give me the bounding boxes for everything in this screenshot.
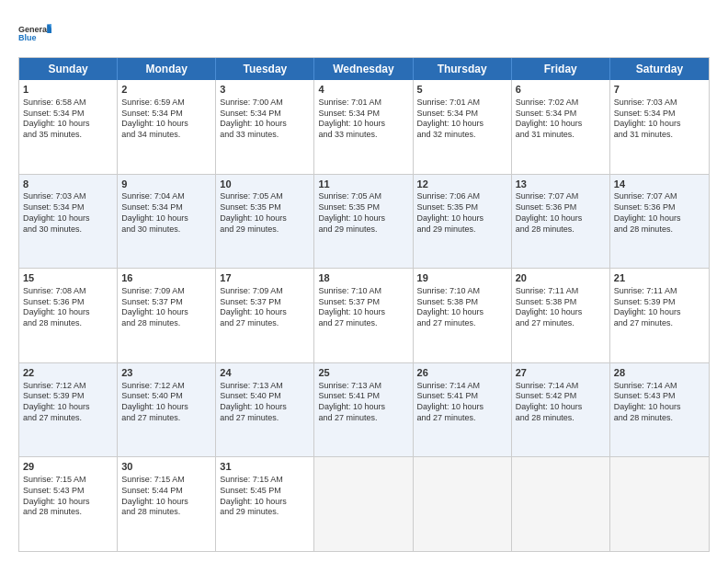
calendar-cell: 16Sunrise: 7:09 AMSunset: 5:37 PMDayligh… — [118, 269, 216, 362]
calendar-cell: 26Sunrise: 7:14 AMSunset: 5:41 PMDayligh… — [414, 363, 512, 457]
calendar-row-4: 22Sunrise: 7:12 AMSunset: 5:39 PMDayligh… — [19, 362, 709, 457]
cell-info: Sunrise: 7:13 AMSunset: 5:40 PMDaylight:… — [220, 381, 310, 424]
day-number: 21 — [614, 271, 705, 285]
calendar-cell: 6Sunrise: 7:02 AMSunset: 5:34 PMDaylight… — [512, 80, 610, 174]
day-number: 26 — [417, 366, 507, 380]
calendar-row-1: 1Sunrise: 6:58 AMSunset: 5:34 PMDaylight… — [19, 80, 709, 174]
calendar-cell: 20Sunrise: 7:11 AMSunset: 5:38 PMDayligh… — [512, 269, 610, 362]
day-number: 28 — [614, 366, 705, 380]
day-number: 2 — [121, 83, 211, 97]
logo-svg: General Blue — [18, 17, 51, 50]
day-number: 7 — [614, 83, 705, 97]
calendar-cell: 2Sunrise: 6:59 AMSunset: 5:34 PMDaylight… — [118, 80, 216, 174]
header-day-friday: Friday — [512, 58, 610, 80]
cell-info: Sunrise: 7:11 AMSunset: 5:39 PMDaylight:… — [614, 286, 705, 329]
logo: General Blue — [18, 17, 51, 50]
day-number: 30 — [121, 460, 211, 474]
calendar-cell: 25Sunrise: 7:13 AMSunset: 5:41 PMDayligh… — [314, 363, 413, 457]
calendar-cell — [314, 457, 413, 551]
header-day-thursday: Thursday — [414, 58, 512, 80]
calendar-cell: 18Sunrise: 7:10 AMSunset: 5:37 PMDayligh… — [314, 269, 413, 362]
day-number: 17 — [220, 271, 310, 285]
cell-info: Sunrise: 7:06 AMSunset: 5:35 PMDaylight:… — [417, 191, 507, 235]
calendar-cell: 13Sunrise: 7:07 AMSunset: 5:36 PMDayligh… — [512, 175, 610, 269]
cell-info: Sunrise: 7:09 AMSunset: 5:37 PMDaylight:… — [220, 286, 310, 329]
cell-info: Sunrise: 7:09 AMSunset: 5:37 PMDaylight:… — [121, 286, 211, 329]
cell-info: Sunrise: 7:03 AMSunset: 5:34 PMDaylight:… — [614, 98, 705, 141]
cell-info: Sunrise: 7:14 AMSunset: 5:41 PMDaylight:… — [417, 381, 507, 424]
cell-info: Sunrise: 7:07 AMSunset: 5:36 PMDaylight:… — [516, 191, 606, 235]
calendar-cell: 7Sunrise: 7:03 AMSunset: 5:34 PMDaylight… — [610, 80, 709, 174]
calendar-row-5: 29Sunrise: 7:15 AMSunset: 5:43 PMDayligh… — [19, 456, 709, 551]
cell-info: Sunrise: 7:08 AMSunset: 5:36 PMDaylight:… — [23, 286, 113, 329]
calendar-cell: 1Sunrise: 6:58 AMSunset: 5:34 PMDaylight… — [19, 80, 118, 174]
calendar-header: SundayMondayTuesdayWednesdayThursdayFrid… — [19, 58, 709, 80]
cell-info: Sunrise: 7:04 AMSunset: 5:34 PMDaylight:… — [121, 191, 211, 235]
calendar-cell: 15Sunrise: 7:08 AMSunset: 5:36 PMDayligh… — [19, 269, 118, 362]
calendar-cell: 22Sunrise: 7:12 AMSunset: 5:39 PMDayligh… — [19, 363, 118, 457]
calendar-cell — [610, 457, 709, 551]
cell-info: Sunrise: 7:03 AMSunset: 5:34 PMDaylight:… — [23, 191, 113, 235]
day-number: 20 — [516, 271, 606, 285]
cell-info: Sunrise: 7:12 AMSunset: 5:39 PMDaylight:… — [23, 381, 113, 424]
cell-info: Sunrise: 7:14 AMSunset: 5:43 PMDaylight:… — [614, 381, 705, 424]
calendar-row-3: 15Sunrise: 7:08 AMSunset: 5:36 PMDayligh… — [19, 268, 709, 362]
calendar-cell: 11Sunrise: 7:05 AMSunset: 5:35 PMDayligh… — [314, 175, 413, 269]
header-day-wednesday: Wednesday — [314, 58, 413, 80]
calendar-cell: 12Sunrise: 7:06 AMSunset: 5:35 PMDayligh… — [414, 175, 512, 269]
cell-info: Sunrise: 7:15 AMSunset: 5:45 PMDaylight:… — [220, 475, 310, 518]
day-number: 23 — [121, 366, 211, 380]
calendar-cell — [414, 457, 512, 551]
day-number: 12 — [417, 178, 507, 191]
calendar-cell: 29Sunrise: 7:15 AMSunset: 5:43 PMDayligh… — [19, 457, 118, 551]
header-day-monday: Monday — [118, 58, 216, 80]
calendar-cell: 3Sunrise: 7:00 AMSunset: 5:34 PMDaylight… — [216, 80, 314, 174]
day-number: 24 — [220, 366, 310, 380]
calendar-body: 1Sunrise: 6:58 AMSunset: 5:34 PMDaylight… — [19, 80, 709, 551]
cell-info: Sunrise: 7:10 AMSunset: 5:38 PMDaylight:… — [417, 286, 507, 329]
calendar-cell: 24Sunrise: 7:13 AMSunset: 5:40 PMDayligh… — [216, 363, 314, 457]
day-number: 27 — [516, 366, 606, 380]
calendar-cell: 21Sunrise: 7:11 AMSunset: 5:39 PMDayligh… — [610, 269, 709, 362]
day-number: 8 — [23, 178, 113, 191]
day-number: 19 — [417, 271, 507, 285]
day-number: 22 — [23, 366, 113, 380]
calendar-cell: 8Sunrise: 7:03 AMSunset: 5:34 PMDaylight… — [19, 175, 118, 269]
cell-info: Sunrise: 7:01 AMSunset: 5:34 PMDaylight:… — [318, 98, 408, 141]
day-number: 25 — [318, 366, 408, 380]
cell-info: Sunrise: 7:10 AMSunset: 5:37 PMDaylight:… — [318, 286, 408, 329]
calendar-cell: 28Sunrise: 7:14 AMSunset: 5:43 PMDayligh… — [610, 363, 709, 457]
cell-info: Sunrise: 7:11 AMSunset: 5:38 PMDaylight:… — [516, 286, 606, 329]
day-number: 3 — [220, 83, 310, 97]
header-day-saturday: Saturday — [610, 58, 709, 80]
cell-info: Sunrise: 7:15 AMSunset: 5:43 PMDaylight:… — [23, 475, 113, 518]
calendar-cell: 31Sunrise: 7:15 AMSunset: 5:45 PMDayligh… — [216, 457, 314, 551]
header-day-tuesday: Tuesday — [216, 58, 314, 80]
day-number: 18 — [318, 271, 408, 285]
cell-info: Sunrise: 7:00 AMSunset: 5:34 PMDaylight:… — [220, 98, 310, 141]
day-number: 4 — [318, 83, 408, 97]
page: General Blue SundayMondayTuesdayWednesda… — [0, 0, 728, 563]
cell-info: Sunrise: 7:12 AMSunset: 5:40 PMDaylight:… — [121, 381, 211, 424]
day-number: 29 — [23, 460, 113, 474]
calendar-cell: 23Sunrise: 7:12 AMSunset: 5:40 PMDayligh… — [118, 363, 216, 457]
calendar: SundayMondayTuesdayWednesdayThursdayFrid… — [18, 57, 710, 552]
day-number: 1 — [23, 83, 113, 97]
day-number: 5 — [417, 83, 507, 97]
day-number: 13 — [516, 178, 606, 191]
calendar-cell: 10Sunrise: 7:05 AMSunset: 5:35 PMDayligh… — [216, 175, 314, 269]
header: General Blue — [18, 17, 710, 50]
calendar-cell: 5Sunrise: 7:01 AMSunset: 5:34 PMDaylight… — [414, 80, 512, 174]
cell-info: Sunrise: 7:07 AMSunset: 5:36 PMDaylight:… — [614, 191, 705, 235]
day-number: 6 — [516, 83, 606, 97]
cell-info: Sunrise: 7:15 AMSunset: 5:44 PMDaylight:… — [121, 475, 211, 518]
cell-info: Sunrise: 7:01 AMSunset: 5:34 PMDaylight:… — [417, 98, 507, 141]
calendar-cell: 19Sunrise: 7:10 AMSunset: 5:38 PMDayligh… — [414, 269, 512, 362]
cell-info: Sunrise: 7:02 AMSunset: 5:34 PMDaylight:… — [516, 98, 606, 141]
svg-text:Blue: Blue — [18, 33, 37, 42]
day-number: 16 — [121, 271, 211, 285]
day-number: 14 — [614, 178, 705, 191]
cell-info: Sunrise: 7:14 AMSunset: 5:42 PMDaylight:… — [516, 381, 606, 424]
day-number: 15 — [23, 271, 113, 285]
calendar-cell: 14Sunrise: 7:07 AMSunset: 5:36 PMDayligh… — [610, 175, 709, 269]
